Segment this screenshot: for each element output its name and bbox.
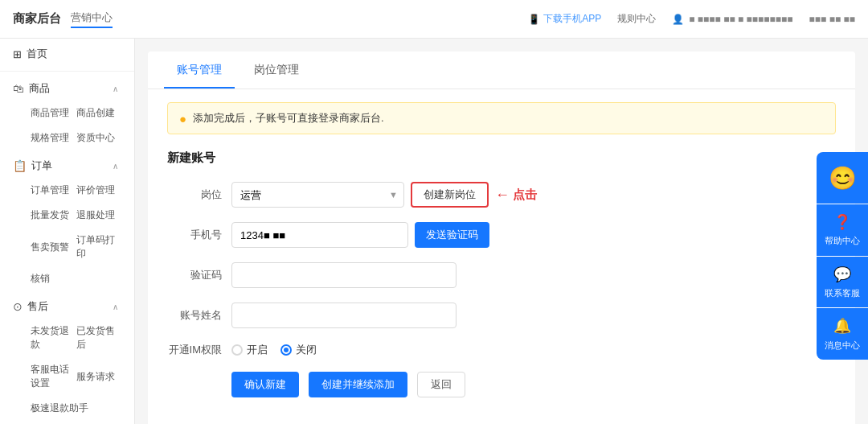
sidebar-item-sale-warning[interactable]: 售卖预警 xyxy=(31,228,76,266)
name-control xyxy=(231,303,537,328)
action-row: 确认新建 创建并继续添加 返回 xyxy=(167,372,836,397)
user-icon: 👤 xyxy=(672,14,684,25)
im-option-close[interactable]: 关闭 xyxy=(280,343,317,357)
sidebar-divider xyxy=(0,71,134,72)
float-contact-cs[interactable]: 💬 联系客服 xyxy=(817,257,868,308)
aftersale-icon: ⊙ xyxy=(13,300,23,313)
chevron-icon: ∧ xyxy=(113,84,118,93)
position-select-wrapper: 运营 ▼ xyxy=(231,182,404,208)
im-row: 开通IM权限 开启 关闭 xyxy=(167,343,836,357)
download-icon: 📱 xyxy=(528,14,540,25)
position-select[interactable]: 运营 xyxy=(231,182,404,208)
sidebar: ⊞ 首页 🛍 商品 ∧ 商品管理 商品创建 规格管理 资质中心 📋 订单 ∧ xyxy=(0,39,135,424)
avatar-icon: 😊 xyxy=(829,165,857,191)
sidebar-item-product-manage[interactable]: 商品管理 xyxy=(31,101,76,126)
products-icon: 🛍 xyxy=(13,82,24,95)
extra-info: ■■■ ■■ ■■ xyxy=(809,14,855,25)
name-row: 账号姓名 xyxy=(167,303,836,328)
page-area: 账号管理 岗位管理 ● 添加完成后，子账号可直接登录商家后台. 新建账号 岗位 xyxy=(148,51,855,424)
position-row: 岗位 运营 ▼ 创建新岗位 ← 点击 xyxy=(167,182,836,208)
tab-account-management[interactable]: 账号管理 xyxy=(164,51,235,89)
back-button[interactable]: 返回 xyxy=(417,372,465,397)
sidebar-group-logistics[interactable]: 🚚 物流 ∧ xyxy=(0,421,134,424)
chevron-icon-3: ∧ xyxy=(113,303,118,311)
float-message-center[interactable]: 🔔 消息中心 xyxy=(817,308,868,360)
phone-control: 发送验证码 xyxy=(231,222,537,248)
sidebar-item-service-request[interactable]: 服务请求 xyxy=(76,357,122,396)
user-text: ■ ■■■■ ■■ ■ ■■■■■■■■ xyxy=(689,14,792,25)
home-icon: ⊞ xyxy=(13,48,22,60)
sidebar-item-spec-manage[interactable]: 规格管理 xyxy=(31,126,76,150)
annotation-text: 点击 xyxy=(513,187,537,203)
code-control xyxy=(231,262,537,288)
code-input[interactable] xyxy=(231,262,457,288)
user-info: 👤 ■ ■■■■ ■■ ■ ■■■■■■■■ xyxy=(672,14,792,25)
notice-icon: ● xyxy=(179,112,186,126)
section-title: 新建账号 xyxy=(167,150,836,166)
radio-close-circle xyxy=(280,344,292,356)
help-icon: ❓ xyxy=(833,212,851,233)
create-continue-button[interactable]: 创建并继续添加 xyxy=(309,372,407,397)
contact-icon: 💬 xyxy=(833,265,851,285)
arrow-left-icon: ← xyxy=(495,187,510,204)
position-control: 运营 ▼ 创建新岗位 ← 点击 xyxy=(231,182,537,208)
annotation-wrapper: 创建新岗位 ← 点击 xyxy=(411,182,537,208)
products-items: 商品管理 商品创建 规格管理 资质中心 xyxy=(0,101,134,150)
sidebar-group-orders[interactable]: 📋 订单 ∧ xyxy=(0,150,134,178)
sidebar-item-review-manage[interactable]: 评价管理 xyxy=(76,178,122,203)
orders-items: 订单管理 评价管理 批量发货 退服处理 售卖预警 订单码打印 核销 xyxy=(0,178,134,291)
chevron-icon-2: ∧ xyxy=(113,162,118,171)
brand: 商家后台 营销中心 xyxy=(13,10,113,28)
phone-label: 手机号 xyxy=(167,228,231,242)
sidebar-item-home[interactable]: ⊞ 首页 xyxy=(0,39,134,69)
form-area: ● 添加完成后，子账号可直接登录商家后台. 新建账号 岗位 运营 ▼ xyxy=(148,89,855,410)
float-help-center[interactable]: ❓ 帮助中心 xyxy=(817,204,868,256)
radio-open-circle xyxy=(231,344,243,356)
brand-subtitle[interactable]: 营销中心 xyxy=(71,10,113,28)
float-avatar: 😊 xyxy=(817,152,868,204)
position-label: 岗位 xyxy=(167,187,231,202)
sidebar-item-order-manage[interactable]: 订单管理 xyxy=(31,178,76,203)
create-position-button[interactable]: 创建新岗位 xyxy=(411,182,489,208)
tabs-row: 账号管理 岗位管理 xyxy=(148,51,855,89)
right-float-panel: 😊 ❓ 帮助中心 💬 联系客服 🔔 消息中心 xyxy=(817,152,868,360)
code-row: 验证码 xyxy=(167,262,836,288)
name-label: 账号姓名 xyxy=(167,308,231,323)
sidebar-item-fast-refund[interactable]: 极速退款助手 xyxy=(31,396,121,421)
sidebar-item-order-print[interactable]: 订单码打印 xyxy=(76,228,122,266)
rules-center-link[interactable]: 规则中心 xyxy=(617,12,656,26)
aftersale-items: 未发货退款 已发货售后 客服电话设置 服务请求 极速退款助手 xyxy=(0,319,134,421)
sidebar-item-unshipped-refund[interactable]: 未发货退款 xyxy=(31,319,76,357)
notice-text: 添加完成后，子账号可直接登录商家后台. xyxy=(193,111,384,126)
im-option-close-label: 关闭 xyxy=(296,343,317,357)
phone-input[interactable] xyxy=(231,222,408,248)
im-radio-group: 开启 关闭 xyxy=(231,343,317,357)
send-code-button[interactable]: 发送验证码 xyxy=(415,222,489,248)
code-label: 验证码 xyxy=(167,268,231,282)
arrow-annotation: ← 点击 xyxy=(495,187,537,204)
orders-icon: 📋 xyxy=(13,159,27,172)
main-content: 账号管理 岗位管理 ● 添加完成后，子账号可直接登录商家后台. 新建账号 岗位 xyxy=(135,39,868,424)
sidebar-item-verification[interactable]: 核销 xyxy=(31,266,76,291)
sidebar-item-batch-ship[interactable]: 批量发货 xyxy=(31,203,76,228)
phone-row: 手机号 发送验证码 xyxy=(167,222,836,248)
sidebar-group-products[interactable]: 🛍 商品 ∧ xyxy=(0,73,134,101)
sidebar-item-product-create[interactable]: 商品创建 xyxy=(76,101,122,126)
top-navbar: 商家后台 营销中心 📱 下载手机APP 规则中心 👤 ■ ■■■■ ■■ ■ ■… xyxy=(0,0,868,39)
download-app-link[interactable]: 📱 下载手机APP xyxy=(528,12,601,26)
top-nav-right: 📱 下载手机APP 规则中心 👤 ■ ■■■■ ■■ ■ ■■■■■■■■ ■■… xyxy=(528,12,855,26)
im-option-open-label: 开启 xyxy=(247,343,268,357)
message-icon: 🔔 xyxy=(833,316,851,336)
sidebar-item-qualification[interactable]: 资质中心 xyxy=(76,126,122,150)
sidebar-item-shipped-aftersale[interactable]: 已发货售后 xyxy=(76,319,122,357)
notice-bar: ● 添加完成后，子账号可直接登录商家后台. xyxy=(167,102,836,134)
tab-position-management[interactable]: 岗位管理 xyxy=(241,51,312,89)
sidebar-group-aftersale[interactable]: ⊙ 售后 ∧ xyxy=(0,291,134,319)
sidebar-item-return-process[interactable]: 退服处理 xyxy=(76,203,122,228)
im-option-open[interactable]: 开启 xyxy=(231,343,268,357)
brand-title: 商家后台 xyxy=(13,11,61,27)
confirm-create-button[interactable]: 确认新建 xyxy=(231,372,299,397)
layout: ⊞ 首页 🛍 商品 ∧ 商品管理 商品创建 规格管理 资质中心 📋 订单 ∧ xyxy=(0,39,868,424)
sidebar-item-cs-phone[interactable]: 客服电话设置 xyxy=(31,357,76,396)
name-input[interactable] xyxy=(231,303,457,328)
